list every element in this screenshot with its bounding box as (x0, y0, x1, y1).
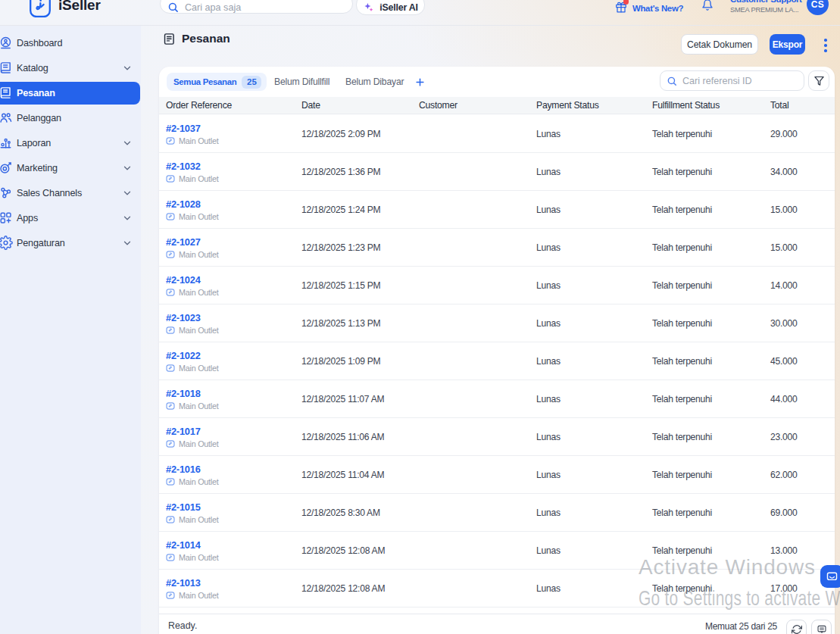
column-payment-status[interactable]: Payment Status (536, 100, 652, 111)
outlet-icon (166, 516, 175, 523)
refresh-button[interactable] (786, 620, 807, 634)
order-reference-link[interactable]: #2-1017 (166, 426, 301, 437)
sidebar-item-pesanan[interactable]: Pesanan (0, 82, 140, 105)
order-date: 12/18/2025 11:07 AM (301, 394, 419, 404)
sidebar-item-label: Apps (17, 213, 38, 223)
bell-icon[interactable] (701, 0, 714, 11)
print-document-button[interactable]: Cetak Dokumen (681, 34, 758, 55)
outlet-icon (166, 440, 175, 448)
sidebar-item-label: Marketing (17, 163, 58, 173)
payment-status: Lunas (536, 167, 652, 177)
apps-icon (0, 211, 14, 226)
fulfillment-status: Telah terpenuhi (652, 432, 770, 442)
console-button[interactable] (811, 620, 832, 634)
sidebar-item-pelanggan[interactable]: Pelanggan (0, 107, 141, 130)
order-reference-cell: #2-1015Main Outlet (166, 501, 301, 524)
chat-widget-button[interactable] (820, 565, 840, 588)
table-row[interactable]: #2-1016Main Outlet12/18/2025 11:04 AMLun… (159, 456, 835, 494)
sidebar-item-katalog[interactable]: Katalog (0, 57, 141, 80)
export-button[interactable]: Ekspor (770, 34, 805, 55)
table-row[interactable]: #2-1028Main Outlet12/18/2025 1:24 PMLuna… (159, 191, 835, 229)
order-outlet: Main Outlet (166, 174, 301, 183)
order-reference-link[interactable]: #2-1014 (166, 539, 301, 551)
table-row[interactable]: #2-1027Main Outlet12/18/2025 1:23 PMLuna… (159, 229, 835, 267)
outlet-label: Main Outlet (179, 212, 218, 221)
orders-icon (0, 86, 14, 101)
more-options-button[interactable] (823, 39, 829, 52)
table-header: Order Reference Date Customer Payment St… (159, 97, 835, 114)
payment-status: Lunas (536, 242, 652, 253)
order-total: 44.000 (770, 394, 835, 404)
tab-semua-pesanan[interactable]: Semua Pesanan 25 (167, 73, 267, 91)
table-row[interactable]: #2-1014Main Outlet12/18/2025 12:08 AMLun… (159, 532, 835, 570)
order-reference-link[interactable]: #2-1024 (166, 274, 301, 286)
order-outlet: Main Outlet (166, 591, 301, 600)
column-customer[interactable]: Customer (419, 100, 536, 111)
table-row[interactable]: #2-1037Main Outlet12/18/2025 2:09 PMLuna… (159, 115, 835, 153)
sidebar-item-pengaturan[interactable]: Pengaturan (0, 232, 141, 255)
order-reference-link[interactable]: #2-1013 (166, 577, 301, 589)
column-total[interactable]: Total (770, 100, 835, 111)
order-total: 45.000 (770, 356, 835, 367)
reference-search-input[interactable]: Cari referensi ID (660, 70, 804, 91)
table-row[interactable]: #2-1015Main Outlet12/18/2025 8:30 AMLuna… (159, 494, 835, 532)
sidebar-item-marketing[interactable]: Marketing (0, 157, 141, 180)
tab-belum-dibayar[interactable]: Belum Dibayar (345, 73, 404, 91)
sidebar-item-laporan[interactable]: Laporan (0, 132, 141, 155)
column-date[interactable]: Date (301, 100, 419, 111)
fulfillment-status: Telah terpenuhi (652, 167, 770, 177)
account-menu[interactable]: Customer Support SMEA PREMIUM LA... (730, 0, 806, 14)
order-reference-link[interactable]: #2-1018 (166, 388, 301, 399)
fulfillment-status: Telah terpenuhi (652, 205, 770, 215)
notification-dot (623, 0, 629, 5)
order-reference-cell: #2-1023Main Outlet (166, 312, 301, 335)
table-row[interactable]: #2-1018Main Outlet12/18/2025 11:07 AMLun… (159, 380, 835, 418)
table-row[interactable]: #2-1013Main Outlet12/18/2025 12:08 AMLun… (159, 570, 835, 607)
order-reference-link[interactable]: #2-1037 (166, 123, 301, 134)
order-reference-link[interactable]: #2-1015 (166, 501, 301, 513)
fulfillment-status: Telah terpenuhi (652, 583, 770, 594)
outlet-label: Main Outlet (179, 477, 218, 486)
global-search-input[interactable]: Cari apa saja (160, 0, 353, 14)
table-row[interactable]: #2-1022Main Outlet12/18/2025 1:09 PMLuna… (159, 342, 835, 380)
reports-icon (0, 136, 14, 151)
order-total: 13.000 (770, 545, 835, 556)
sidebar-item-label: Pesanan (17, 88, 55, 98)
order-total: 62.000 (770, 470, 835, 480)
order-outlet: Main Outlet (166, 212, 301, 221)
iseller-ai-button[interactable]: iSeller AI (356, 0, 425, 15)
sidebar-item-sales-channels[interactable]: Sales Channels (0, 182, 141, 205)
order-date: 12/18/2025 12:08 AM (301, 583, 419, 594)
order-outlet: Main Outlet (166, 515, 301, 524)
outlet-label: Main Outlet (179, 250, 218, 259)
table-row[interactable]: #2-1032Main Outlet12/18/2025 1:36 PMLuna… (159, 153, 835, 191)
column-order-reference[interactable]: Order Reference (166, 100, 301, 111)
order-total: 15.000 (770, 242, 835, 253)
fulfillment-status: Telah terpenuhi (652, 356, 770, 367)
iseller-ai-label: iSeller AI (379, 0, 418, 13)
tab-belum-difullfill[interactable]: Belum Difullfill (274, 73, 329, 91)
add-tab-button[interactable] (414, 73, 426, 91)
order-reference-link[interactable]: #2-1023 (166, 312, 301, 323)
filter-button[interactable] (808, 70, 829, 91)
order-reference-link[interactable]: #2-1016 (166, 464, 301, 475)
order-reference-link[interactable]: #2-1032 (166, 161, 301, 172)
whats-new-link[interactable]: What's New? (615, 0, 683, 14)
iseller-logo-icon[interactable] (30, 0, 51, 17)
outlet-label: Main Outlet (179, 174, 218, 183)
table-row[interactable]: #2-1024Main Outlet12/18/2025 1:15 PMLuna… (159, 267, 835, 305)
whats-new-label: What's New? (632, 3, 683, 14)
table-row[interactable]: #2-1023Main Outlet12/18/2025 1:13 PMLuna… (159, 305, 835, 342)
avatar[interactable]: CS (807, 0, 829, 15)
order-reference-link[interactable]: #2-1027 (166, 236, 301, 248)
outlet-label: Main Outlet (179, 288, 218, 297)
sidebar-item-dashboard[interactable]: Dashboard (0, 32, 141, 55)
order-outlet: Main Outlet (166, 288, 301, 297)
order-total: 23.000 (770, 432, 835, 442)
table-row[interactable]: #2-1017Main Outlet12/18/2025 11:06 AMLun… (159, 418, 835, 456)
order-reference-link[interactable]: #2-1022 (166, 350, 301, 361)
order-reference-link[interactable]: #2-1028 (166, 198, 301, 210)
sidebar-item-label: Pelanggan (17, 113, 61, 123)
column-fulfillment-status[interactable]: Fulfillment Status (652, 100, 770, 111)
sidebar-item-apps[interactable]: Apps (0, 207, 141, 230)
